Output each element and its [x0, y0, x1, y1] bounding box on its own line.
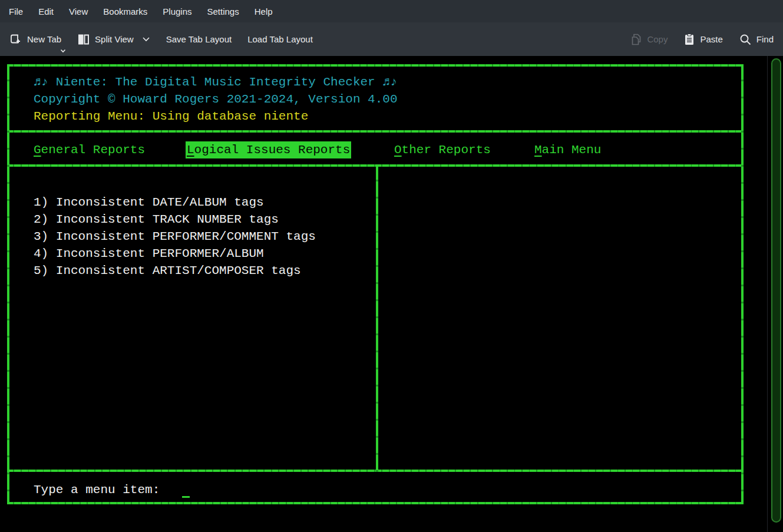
- terminal-screen[interactable]: ♬♪ Niente: The Digital Music Integrity C…: [0, 56, 783, 532]
- paste-button[interactable]: Paste: [683, 33, 722, 46]
- menu-bar: File Edit View Bookmarks Plugins Setting…: [0, 0, 783, 22]
- find-button[interactable]: Find: [739, 33, 774, 46]
- app-title: ♬♪ Niente: The Digital Music Integrity C…: [34, 74, 398, 91]
- find-icon: [739, 33, 752, 46]
- tui-border-right: [741, 64, 744, 504]
- status-line: Reporting Menu: Using database niente: [34, 108, 308, 125]
- new-tab-button[interactable]: New Tab: [9, 33, 61, 46]
- tab-other-reports[interactable]: Other Reports: [394, 141, 491, 158]
- paste-icon: [683, 33, 695, 46]
- tab-logical-issues-reports[interactable]: Logical Issues Reports: [186, 141, 351, 158]
- tab-accelerator: M: [534, 143, 542, 157]
- new-tab-label: New Tab: [27, 34, 61, 44]
- scrollbar-track[interactable]: [767, 56, 783, 532]
- prompt-label: Type a menu item:: [34, 481, 160, 498]
- tui-border-top: [7, 64, 744, 67]
- menu-help[interactable]: Help: [247, 0, 280, 22]
- split-view-icon: [77, 33, 90, 46]
- tui-border-bottom: [7, 502, 744, 504]
- niente-tui: ♬♪ Niente: The Digital Music Integrity C…: [7, 64, 744, 504]
- save-tab-layout-button[interactable]: Save Tab Layout: [166, 34, 232, 44]
- menu-settings[interactable]: Settings: [200, 0, 247, 22]
- copy-label: Copy: [647, 34, 668, 44]
- tab-accelerator: O: [394, 143, 402, 157]
- report-menu-list: 1) Inconsistent DATE/ALBUM tags 2) Incon…: [34, 194, 316, 279]
- tab-accelerator: G: [34, 143, 41, 157]
- tab-main-menu[interactable]: Main Menu: [534, 141, 601, 158]
- split-view-caret-icon[interactable]: [142, 37, 150, 42]
- menu-file[interactable]: File: [1, 0, 31, 22]
- text-cursor: [182, 496, 190, 498]
- tab-general-reports[interactable]: General Reports: [34, 141, 145, 158]
- copy-button[interactable]: Copy: [630, 33, 668, 46]
- toolbar: New Tab Split View Save Tab Layout Load …: [0, 22, 783, 56]
- menu-option-3[interactable]: 3) Inconsistent PERFORMER/COMMENT tags: [34, 228, 316, 245]
- load-tab-layout-label: Load Tab Layout: [247, 34, 313, 44]
- tui-separator-prompt: [7, 470, 744, 472]
- new-tab-icon: [9, 33, 22, 46]
- find-label: Find: [756, 34, 774, 44]
- paste-label: Paste: [700, 34, 722, 44]
- tab-label: ogical Issues Reports: [194, 143, 351, 157]
- tab-label: ther Reports: [402, 143, 491, 157]
- right-panel-empty: [378, 167, 741, 470]
- tui-separator-header: [7, 130, 744, 133]
- menu-plugins[interactable]: Plugins: [155, 0, 199, 22]
- menu-option-1[interactable]: 1) Inconsistent DATE/ALBUM tags: [34, 194, 316, 211]
- menu-view[interactable]: View: [61, 0, 95, 22]
- tab-label: ain Menu: [542, 143, 602, 157]
- tab-label: eneral Reports: [41, 143, 145, 157]
- menu-option-4[interactable]: 4) Inconsistent PERFORMER/ALBUM: [34, 245, 316, 262]
- menu-option-2[interactable]: 2) Inconsistent TRACK NUMBER tags: [34, 211, 316, 228]
- tui-border-left: [7, 64, 9, 504]
- load-tab-layout-button[interactable]: Load Tab Layout: [247, 34, 313, 44]
- copyright-line: Copyright © Howard Rogers 2021-2024, Ver…: [34, 91, 398, 108]
- split-view-label: Split View: [95, 34, 134, 44]
- new-tab-caret-icon[interactable]: [60, 49, 66, 53]
- save-tab-layout-label: Save Tab Layout: [166, 34, 232, 44]
- menu-option-5[interactable]: 5) Inconsistent ARTIST/COMPOSER tags: [34, 262, 316, 279]
- copy-icon: [630, 33, 642, 46]
- menu-edit[interactable]: Edit: [31, 0, 61, 22]
- scrollbar-thumb[interactable]: [771, 58, 781, 523]
- menu-bookmarks[interactable]: Bookmarks: [95, 0, 155, 22]
- tab-accelerator: L: [187, 143, 194, 157]
- split-view-button[interactable]: Split View: [77, 33, 150, 46]
